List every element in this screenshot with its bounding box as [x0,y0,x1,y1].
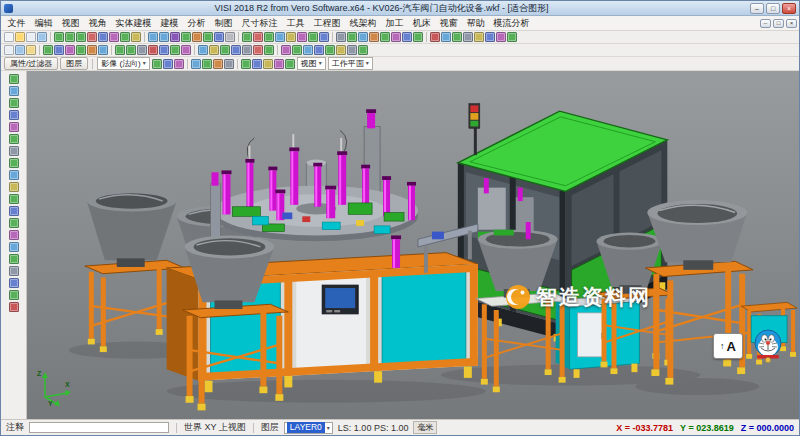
toolbar-icon[interactable] [220,45,230,55]
toolbar-icon[interactable] [9,158,19,168]
toolbar-icon[interactable] [148,32,158,42]
toolbar-icon[interactable] [192,32,202,42]
toolbar-icon[interactable] [152,59,162,69]
toolbar-icon[interactable] [9,74,19,84]
toolbar-icon[interactable] [87,45,97,55]
toolbar-icon[interactable] [174,59,184,69]
toolbar-icon[interactable] [253,32,263,42]
toolbar-icon[interactable] [76,45,86,55]
menu-item[interactable]: 线架构 [345,16,381,30]
toolbar-icon[interactable] [109,32,119,42]
toolbar-icon[interactable] [297,32,307,42]
menu-item[interactable]: 尺寸标注 [237,16,282,30]
toolbar-icon[interactable] [9,134,19,144]
viewport[interactable]: 智造资料网 ↑ A [27,71,799,419]
toolbar-icon[interactable] [213,59,223,69]
toolbar-icon[interactable] [54,32,64,42]
child-close-button[interactable]: × [786,19,797,28]
toolbar-icon[interactable] [15,32,25,42]
units-badge[interactable]: 毫米 [413,421,437,434]
menu-item[interactable]: 视角 [84,16,111,30]
toolbar-icon[interactable] [308,32,318,42]
shading-mode-dropdown[interactable]: 影像 (法向) ▾ [97,57,150,70]
toolbar-icon[interactable] [9,170,19,180]
menu-item[interactable]: 模流分析 [489,16,534,30]
toolbar-icon[interactable] [26,45,36,55]
toolbar-icon[interactable] [181,45,191,55]
toolbar-icon[interactable] [181,32,191,42]
menu-item[interactable]: 文件 [3,16,30,30]
toolbar-icon[interactable] [463,32,473,42]
toolbar-icon[interactable] [358,32,368,42]
toolbar-icon[interactable] [198,45,208,55]
toolbar-icon[interactable] [253,45,263,55]
menu-item[interactable]: 机床 [408,16,435,30]
toolbar-icon[interactable] [264,32,274,42]
toolbar-icon[interactable] [402,32,412,42]
child-minimize-button[interactable]: – [760,19,771,28]
toolbar-icon[interactable] [191,59,201,69]
toolbar-icon[interactable] [264,45,274,55]
tab-properties-filter[interactable]: 属性/过滤器 [4,57,58,70]
toolbar-icon[interactable] [65,45,75,55]
menu-item[interactable]: 视窗 [435,16,462,30]
menu-item[interactable]: 帮助 [462,16,489,30]
minimize-button[interactable]: – [750,3,764,14]
toolbar-icon[interactable] [4,32,14,42]
child-restore-button[interactable]: □ [773,19,784,28]
toolbar-icon[interactable] [203,32,213,42]
toolbar-icon[interactable] [336,45,346,55]
toolbar-icon[interactable] [26,32,36,42]
toolbar-icon[interactable] [9,86,19,96]
toolbar-icon[interactable] [225,32,235,42]
workplane-dropdown[interactable]: 工作平面 ▾ [328,57,373,70]
toolbar-icon[interactable] [391,32,401,42]
toolbar-icon[interactable] [252,59,262,69]
toolbar-icon[interactable] [65,32,75,42]
toolbar-icon[interactable] [231,45,241,55]
toolbar-icon[interactable] [452,32,462,42]
toolbar-icon[interactable] [209,45,219,55]
toolbar-icon[interactable] [9,218,19,228]
toolbar-icon[interactable] [37,32,47,42]
toolbar-icon[interactable] [369,32,379,42]
toolbar-icon[interactable] [292,45,302,55]
prompt-input[interactable] [29,422,169,433]
toolbar-icon[interactable] [9,182,19,192]
layer-combo[interactable]: LAYER0 ▾ [284,422,333,434]
toolbar-icon[interactable] [242,32,252,42]
menu-item[interactable]: 制图 [210,16,237,30]
toolbar-icon[interactable] [286,32,296,42]
toolbar-icon[interactable] [9,230,19,240]
toolbar-icon[interactable] [347,45,357,55]
toolbar-icon[interactable] [4,45,14,55]
toolbar-icon[interactable] [9,242,19,252]
menu-item[interactable]: 工程图 [309,16,345,30]
cad-model-canvas[interactable] [27,71,799,419]
toolbar-icon[interactable] [496,32,506,42]
toolbar-icon[interactable] [9,278,19,288]
toolbar-icon[interactable] [242,45,252,55]
toolbar-icon[interactable] [275,32,285,42]
menu-item[interactable]: 视图 [57,16,84,30]
toolbar-icon[interactable] [241,59,251,69]
toolbar-icon[interactable] [9,110,19,120]
toolbar-icon[interactable] [170,45,180,55]
toolbar-icon[interactable] [9,194,19,204]
toolbar-icon[interactable] [430,32,440,42]
menu-item[interactable]: 建模 [156,16,183,30]
toolbar-icon[interactable] [214,32,224,42]
toolbar-icon[interactable] [137,45,147,55]
toolbar-icon[interactable] [126,45,136,55]
toolbar-icon[interactable] [380,32,390,42]
toolbar-icon[interactable] [347,32,357,42]
toolbar-icon[interactable] [148,45,158,55]
toolbar-icon[interactable] [9,302,19,312]
toolbar-icon[interactable] [263,59,273,69]
toolbar-icon[interactable] [9,122,19,132]
menu-item[interactable]: 实体建模 [111,16,156,30]
toolbar-icon[interactable] [319,32,329,42]
toolbar-icon[interactable] [9,290,19,300]
toolbar-icon[interactable] [9,266,19,276]
toolbar-icon[interactable] [9,98,19,108]
